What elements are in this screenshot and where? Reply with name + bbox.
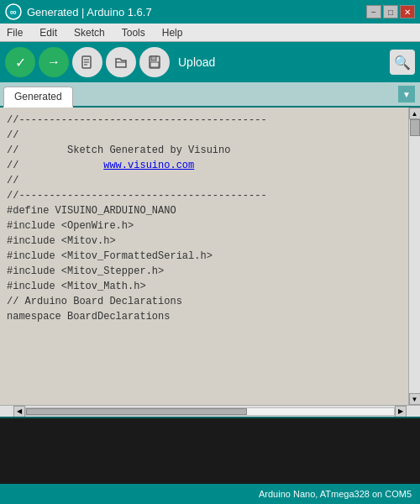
save-button[interactable] <box>139 47 170 77</box>
console-area <box>0 417 420 484</box>
horizontal-scrollbar[interactable]: ◀ ▶ <box>0 405 420 417</box>
code-line: // <box>7 173 413 188</box>
close-button[interactable]: ✕ <box>400 5 415 18</box>
vertical-scrollbar[interactable]: ▲ ▼ <box>408 108 420 405</box>
verify-button[interactable]: ✓ <box>5 47 35 77</box>
scroll-right-button[interactable]: ▶ <box>395 406 407 417</box>
code-line: #include <Mitov_FormattedSerial.h> <box>7 249 413 264</box>
status-bar: Arduino Nano, ATmega328 on COM5 <box>0 484 420 504</box>
scroll-left-button[interactable]: ◀ <box>13 406 25 417</box>
code-line: #include <Mitov_Stepper.h> <box>7 264 413 279</box>
code-line: //--------------------------------------… <box>7 113 413 128</box>
maximize-button[interactable]: □ <box>383 5 398 18</box>
code-line: namespace BoardDeclarations <box>7 309 413 324</box>
new-icon <box>80 55 95 70</box>
menu-sketch[interactable]: Sketch <box>71 25 108 40</box>
code-line: //--------------------------------------… <box>7 188 413 203</box>
svg-text:∞: ∞ <box>10 7 17 17</box>
code-line: // Sketch Generated by Visuino <box>7 143 413 158</box>
scroll-h-thumb[interactable] <box>26 408 247 415</box>
minimize-button[interactable]: − <box>366 5 381 18</box>
code-line: #define VISUINO_ARDUINO_NANO <box>7 203 413 218</box>
code-scroll-wrapper: //--------------------------------------… <box>0 108 420 405</box>
new-button[interactable] <box>72 47 102 77</box>
toolbar: ✓ → Upload 🔍 <box>0 42 420 82</box>
tab-generated[interactable]: Generated <box>3 87 73 108</box>
code-editor[interactable]: //--------------------------------------… <box>0 108 420 405</box>
upload-label: Upload <box>178 55 215 69</box>
save-icon <box>147 55 162 70</box>
code-line: // <box>7 128 413 143</box>
upload-button[interactable]: → <box>39 47 69 77</box>
menu-edit[interactable]: Edit <box>36 25 60 40</box>
code-line: // Arduino Board Declarations <box>7 294 413 309</box>
open-button[interactable] <box>106 47 136 77</box>
scroll-down-button[interactable]: ▼ <box>409 393 421 405</box>
scroll-v-thumb[interactable] <box>410 119 420 136</box>
svg-rect-8 <box>150 62 159 67</box>
menu-file[interactable]: File <box>3 25 26 40</box>
arduino-logo-icon: ∞ <box>5 3 22 20</box>
open-icon <box>113 55 129 70</box>
scroll-h-track <box>25 407 395 416</box>
tab-dropdown-button[interactable]: ▼ <box>398 86 415 102</box>
search-button[interactable]: 🔍 <box>390 50 415 75</box>
tab-bar: Generated ▼ <box>0 82 420 108</box>
title-left-section: ∞ Generated | Arduino 1.6.7 <box>5 3 152 20</box>
editor-body: //--------------------------------------… <box>0 108 420 405</box>
code-line: #include <OpenWire.h> <box>7 218 413 234</box>
status-text: Arduino Nano, ATmega328 on COM5 <box>259 489 412 499</box>
editor-section: Generated ▼ //--------------------------… <box>0 82 420 417</box>
title-bar: ∞ Generated | Arduino 1.6.7 − □ ✕ <box>0 0 420 24</box>
scroll-up-button[interactable]: ▲ <box>409 108 421 119</box>
code-line: #include <Mitov_Math.h> <box>7 279 413 294</box>
menu-help[interactable]: Help <box>159 25 186 40</box>
visuino-link[interactable]: www.visuino.com <box>103 160 194 171</box>
svg-rect-7 <box>151 56 156 60</box>
main-layout: Generated ▼ //--------------------------… <box>0 82 420 504</box>
window-title: Generated | Arduino 1.6.7 <box>27 6 152 18</box>
menu-bar: File Edit Sketch Tools Help <box>0 24 420 42</box>
code-line: // www.visuino.com <box>7 158 413 173</box>
code-line: #include <Mitov.h> <box>7 234 413 249</box>
menu-tools[interactable]: Tools <box>118 25 149 40</box>
title-controls: − □ ✕ <box>366 5 415 18</box>
toolbar-right: 🔍 <box>390 50 415 75</box>
